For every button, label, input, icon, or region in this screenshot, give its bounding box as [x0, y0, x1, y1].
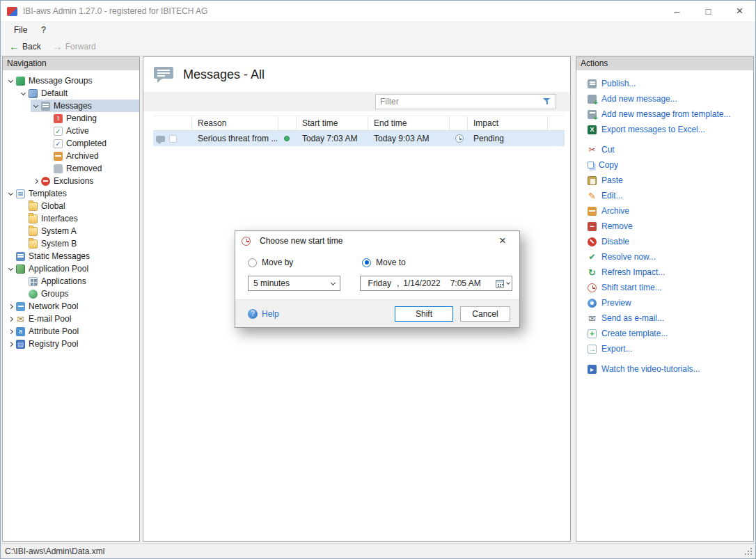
create-template-icon [588, 329, 597, 338]
forward-button[interactable]: Forward [47, 39, 102, 54]
action-copy[interactable]: Copy [588, 157, 750, 173]
action-refresh-impact[interactable]: Refresh Impact... [588, 265, 750, 280]
filter-band [143, 92, 570, 111]
move-to-radio[interactable]: Move to [362, 258, 406, 267]
action-create-template[interactable]: Create template... [588, 326, 750, 341]
tree-item-messages[interactable]: Messages [3, 100, 139, 112]
tree-item-network-pool[interactable]: Network Pool [3, 300, 139, 313]
menu-file[interactable]: File [7, 24, 34, 36]
titlebar[interactable]: IBI-aws Admin 1.27.0 - registered for IB… [1, 1, 755, 22]
tree-expander-icon[interactable] [18, 93, 29, 95]
action-cut[interactable]: Cut [588, 142, 750, 157]
tree-expander-icon[interactable] [6, 317, 16, 321]
tree-expander-icon[interactable] [6, 305, 16, 308]
tree-expander-icon[interactable] [6, 343, 16, 346]
calendar-dropdown-button[interactable] [496, 280, 512, 288]
column-header-start-time[interactable]: Start time [297, 116, 368, 130]
tree-expander-icon[interactable] [6, 80, 16, 82]
action-resolve-now[interactable]: Resolve now... [588, 249, 750, 265]
action-send-as-e-mail[interactable]: Send as e-mail... [588, 310, 750, 326]
tree-item-attribute-pool[interactable]: Attribute Pool [3, 325, 139, 338]
dialog-body: Move by Move to 5 minutes Friday , [235, 251, 519, 299]
action-label: Copy [599, 160, 618, 170]
dialog-close-button[interactable] [492, 231, 513, 251]
tree-item-archived[interactable]: Archived [3, 150, 139, 162]
tree-item-label: E-mail Pool [29, 314, 71, 324]
cancel-button[interactable]: Cancel [460, 306, 510, 322]
help-link[interactable]: Help [248, 309, 279, 319]
action-edit[interactable]: Edit... [588, 188, 750, 203]
action-export[interactable]: Export... [588, 341, 750, 356]
action-paste[interactable]: Paste [588, 173, 750, 188]
tree-item-system-b[interactable]: System B [3, 237, 139, 250]
clock-icon [242, 237, 251, 246]
action-publish[interactable]: Publish... [588, 76, 750, 91]
add-message-template-icon [588, 110, 597, 119]
filter-input[interactable] [380, 97, 539, 107]
tree-item-row: Removed [43, 162, 139, 175]
action-add-new-message[interactable]: Add new message... [588, 91, 750, 107]
tree-item-templates[interactable]: Templates [3, 187, 139, 200]
column-header-status [278, 116, 297, 130]
action-watch-the-video-tutorials[interactable]: Watch the video-tutorials... [588, 361, 750, 377]
tree-item-row: Exclusions [31, 175, 139, 187]
message-row[interactable]: Serious threat from ... Today 7:03 AM To… [153, 131, 565, 146]
tree-item-interfaces[interactable]: Interfaces [3, 212, 139, 225]
tree-item-application-pool[interactable]: Application Pool [3, 262, 139, 275]
tree-expander-icon[interactable] [6, 193, 16, 195]
tree-item-completed[interactable]: Completed [3, 137, 139, 150]
action-shift-start-time[interactable]: Shift start time... [588, 280, 750, 295]
tree-expander-icon[interactable] [31, 180, 41, 183]
tree-item-system-a[interactable]: System A [3, 225, 139, 237]
action-preview[interactable]: Preview [588, 295, 750, 310]
tree-item-row: Archived [43, 150, 139, 162]
tree-item-static-messages[interactable]: Static Messages [3, 250, 139, 262]
tree-item-registry-pool[interactable]: Registry Pool [3, 338, 139, 350]
tree-expander-icon[interactable] [31, 105, 41, 107]
shift-button[interactable]: Shift [395, 306, 453, 322]
cell-reason: Serious threat from ... [192, 131, 278, 146]
action-export-messages-to-excel[interactable]: Export messages to Excel... [588, 122, 750, 137]
tree-item-default[interactable]: Default [3, 87, 139, 100]
dialog-footer: Help Shift Cancel [235, 299, 519, 327]
column-header-filler [548, 116, 565, 130]
tree-item-pending[interactable]: Pending [3, 112, 139, 125]
tree-item-removed[interactable]: Removed [3, 162, 139, 175]
resize-grip[interactable] [750, 553, 752, 555]
action-disable[interactable]: Disable [588, 234, 750, 249]
refresh-impact-icon [588, 268, 597, 277]
move-by-select[interactable]: 5 minutes [248, 276, 340, 291]
column-header-impact[interactable]: Impact [468, 116, 548, 130]
column-header-reason[interactable]: Reason [192, 116, 278, 130]
tree-item-message-groups[interactable]: Message Groups [3, 74, 139, 87]
back-button[interactable]: Back [3, 39, 47, 54]
actions-header: Actions [576, 57, 753, 70]
actions-list: Publish...Add new message...Add new mess… [576, 70, 753, 377]
action-label: Refresh Impact... [601, 267, 665, 277]
minimize-button[interactable] [661, 1, 693, 22]
dialog-titlebar[interactable]: Choose new start time [235, 231, 519, 251]
page-title: Messages - All [183, 68, 265, 82]
date-time-picker[interactable]: Friday , 1/14/2022 7:05 AM [360, 276, 512, 291]
action-remove[interactable]: Remove [588, 219, 750, 234]
tree-item-applications[interactable]: Applications [3, 275, 139, 288]
move-by-radio[interactable]: Move by [248, 258, 362, 267]
maximize-button[interactable] [693, 1, 724, 22]
tree-item-exclusions[interactable]: Exclusions [3, 175, 139, 187]
tree-expander-icon[interactable] [6, 268, 16, 270]
shift-start-time-icon [588, 283, 597, 292]
tree-item-active[interactable]: Active [3, 125, 139, 137]
tree-item-label: Network Pool [29, 301, 78, 311]
tree-expander-icon[interactable] [6, 330, 16, 333]
tree-item-global[interactable]: Global [3, 200, 139, 212]
navigation-header: Navigation [3, 57, 139, 70]
network-pool-icon [16, 302, 25, 311]
action-archive[interactable]: Archive [588, 203, 750, 219]
action-add-new-message-from-template[interactable]: Add new message from template... [588, 107, 750, 122]
tree-item-e-mail-pool[interactable]: E-mail Pool [3, 313, 139, 325]
filter-icon[interactable] [543, 97, 551, 106]
tree-item-groups[interactable]: Groups [3, 288, 139, 300]
menu-help[interactable]: ? [34, 24, 53, 36]
column-header-end-time[interactable]: End time [368, 116, 450, 130]
close-button[interactable] [724, 1, 755, 22]
